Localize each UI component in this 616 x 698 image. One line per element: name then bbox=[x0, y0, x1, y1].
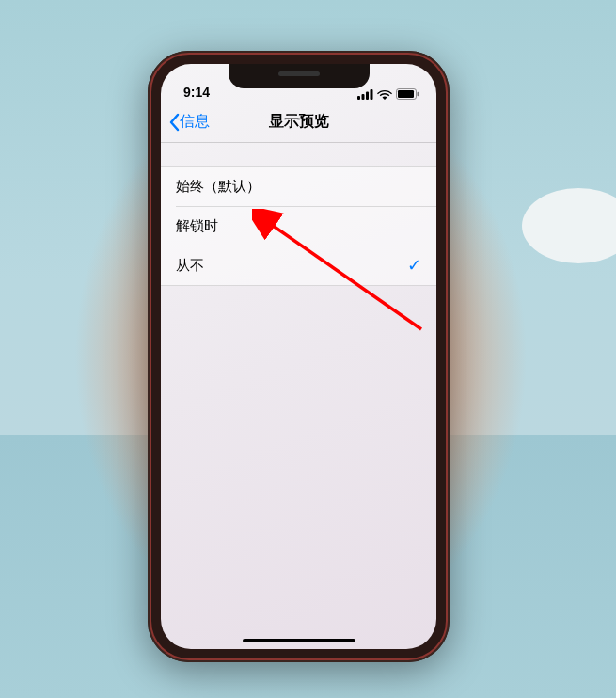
phone-screen: 9:14 信息 显示预览 bbox=[161, 64, 436, 649]
wifi-icon bbox=[377, 89, 392, 100]
back-label: 信息 bbox=[180, 112, 210, 132]
svg-rect-5 bbox=[398, 90, 414, 98]
chevron-left-icon bbox=[168, 113, 180, 132]
option-label: 解锁时 bbox=[176, 217, 218, 235]
svg-rect-2 bbox=[366, 91, 369, 100]
phone-frame: 9:14 信息 显示预览 bbox=[148, 51, 450, 662]
option-label: 从不 bbox=[176, 257, 204, 275]
status-time: 9:14 bbox=[178, 85, 210, 100]
option-always[interactable]: 始终（默认） bbox=[161, 167, 436, 206]
page-title: 显示预览 bbox=[269, 112, 329, 132]
battery-icon bbox=[396, 88, 419, 100]
back-button[interactable]: 信息 bbox=[161, 112, 210, 132]
display-notch bbox=[229, 64, 370, 88]
cellular-signal-icon bbox=[357, 89, 373, 100]
svg-rect-0 bbox=[357, 96, 360, 100]
home-indicator[interactable] bbox=[243, 639, 355, 642]
navigation-header: 信息 显示预览 bbox=[161, 102, 436, 143]
svg-rect-6 bbox=[418, 92, 419, 96]
svg-rect-1 bbox=[362, 94, 365, 100]
option-label: 始终（默认） bbox=[176, 178, 261, 196]
svg-rect-3 bbox=[371, 89, 373, 100]
